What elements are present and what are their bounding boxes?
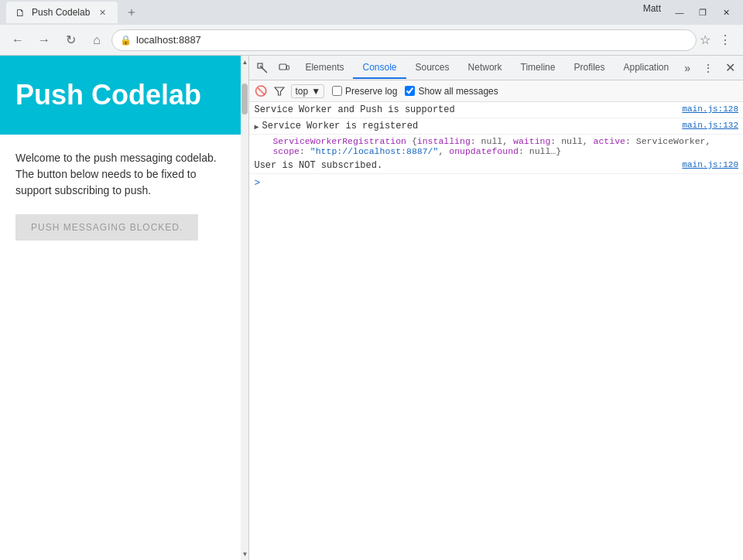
tab-timeline[interactable]: Timeline (512, 57, 565, 79)
scroll-track (241, 114, 248, 548)
devtools-options-button[interactable]: ⋮ (698, 58, 718, 78)
device-mode-button[interactable] (274, 58, 294, 78)
navigation-bar: ← → ↻ ⌂ 🔒 localhost:8887 ☆ ⋮ (0, 25, 743, 56)
website-header: Push Codelab (0, 56, 248, 135)
new-tab-button[interactable] (121, 2, 142, 23)
tab-close-button[interactable]: ✕ (96, 6, 108, 19)
console-link-2[interactable]: main.js:132 (682, 121, 738, 130)
console-message-text-3: User is NOT subscribed. (254, 160, 682, 171)
tab-elements[interactable]: Elements (296, 57, 353, 79)
svg-rect-1 (132, 9, 132, 15)
show-all-group: Show all messages (405, 86, 498, 97)
svg-rect-4 (279, 64, 286, 70)
website-description: Welcome to the push messaging codelab. T… (15, 150, 233, 199)
forward-button[interactable]: → (33, 29, 56, 52)
console-detail-2: ServiceWorkerRegistration {installing: n… (249, 135, 743, 158)
tab-network[interactable]: Network (459, 57, 512, 79)
console-detail-text: ServiceWorkerRegistration {installing: n… (272, 136, 710, 156)
title-bar: 🗋 Push Codelab ✕ Matt — ❐ ✕ (0, 0, 743, 25)
website-panel: Push Codelab Welcome to the push messagi… (0, 56, 248, 560)
console-output: Service Worker and Push is supported mai… (249, 102, 743, 560)
tab-application[interactable]: Application (614, 57, 678, 79)
tab-page-icon: 🗋 (15, 7, 26, 19)
console-message-1: Service Worker and Push is supported mai… (249, 102, 743, 118)
console-context-value: top (295, 86, 308, 97)
console-context-dropdown[interactable]: top ▼ (291, 84, 324, 98)
devtools-close-button[interactable]: ✕ (720, 58, 740, 78)
scroll-down-arrow[interactable]: ▼ (241, 548, 248, 560)
expand-arrow-icon[interactable]: ▶ (254, 122, 259, 131)
console-message-2: ▶ Service Worker is registered main.js:1… (249, 118, 743, 135)
tab-sources[interactable]: Sources (406, 57, 459, 79)
back-button[interactable]: ← (6, 29, 29, 52)
svg-rect-5 (287, 66, 289, 70)
window-controls: Matt — ❐ ✕ (637, 2, 737, 23)
user-name: Matt (637, 2, 667, 23)
tab-profiles[interactable]: Profiles (564, 57, 614, 79)
preserve-log-group: Preserve log (332, 86, 397, 97)
console-message-3: User is NOT subscribed. main.js:120 (249, 158, 743, 174)
console-link-3[interactable]: main.js:120 (682, 160, 738, 169)
console-link-1[interactable]: main.js:128 (682, 104, 738, 114)
devtools-panel: Elements Console Sources Network Timelin… (248, 56, 743, 560)
show-all-checkbox[interactable] (405, 86, 415, 96)
website-title: Push Codelab (15, 79, 233, 111)
console-prompt-symbol: > (254, 177, 260, 189)
console-input-row: > (249, 174, 743, 192)
console-clear-button[interactable]: 🚫 (254, 84, 268, 98)
browser-window: 🗋 Push Codelab ✕ Matt — ❐ ✕ ← → ↻ ⌂ 🔒 lo… (0, 0, 743, 560)
tab-title: Push Codelab (32, 7, 90, 18)
console-message-text-2: Service Worker is registered (262, 121, 682, 131)
console-toolbar: 🚫 top ▼ Preserve log Show all messages (249, 80, 743, 102)
preserve-log-label: Preserve log (345, 86, 397, 97)
page-scrollbar[interactable]: ▲ ▼ (241, 56, 248, 560)
main-area: Push Codelab Welcome to the push messagi… (0, 56, 743, 560)
scroll-thumb[interactable] (241, 84, 248, 114)
more-tabs-button[interactable]: » (678, 59, 697, 77)
close-window-button[interactable]: ✕ (715, 2, 737, 23)
devtools-tabs: Elements Console Sources Network Timelin… (296, 57, 697, 79)
devtools-toolbar: Elements Console Sources Network Timelin… (249, 56, 743, 80)
restore-button[interactable]: ❐ (692, 2, 714, 23)
svg-line-3 (260, 66, 267, 73)
minimize-button[interactable]: — (669, 2, 690, 23)
console-input-field[interactable] (263, 178, 738, 189)
website-body: Welcome to the push messaging codelab. T… (0, 135, 248, 560)
bookmark-star-icon[interactable]: ☆ (700, 32, 710, 47)
home-button[interactable]: ⌂ (85, 29, 108, 52)
security-icon: 🔒 (120, 35, 132, 46)
inspect-element-button[interactable] (252, 58, 272, 78)
url-text: localhost:8887 (136, 34, 688, 46)
tab-console[interactable]: Console (353, 57, 406, 79)
dropdown-arrow-icon: ▼ (311, 86, 320, 97)
preserve-log-checkbox[interactable] (332, 86, 342, 96)
address-bar[interactable]: 🔒 localhost:8887 (111, 29, 697, 51)
browser-tab[interactable]: 🗋 Push Codelab ✕ (6, 2, 118, 23)
svg-marker-6 (275, 87, 284, 95)
scroll-up-arrow[interactable]: ▲ (241, 56, 248, 68)
reload-button[interactable]: ↻ (59, 29, 82, 52)
browser-menu-icon[interactable]: ⋮ (714, 29, 737, 52)
show-all-label: Show all messages (418, 86, 498, 97)
push-messaging-button[interactable]: PUSH MESSAGING BLOCKED. (15, 214, 198, 241)
console-message-text-1: Service Worker and Push is supported (254, 104, 682, 115)
console-filter-button[interactable] (272, 84, 286, 98)
